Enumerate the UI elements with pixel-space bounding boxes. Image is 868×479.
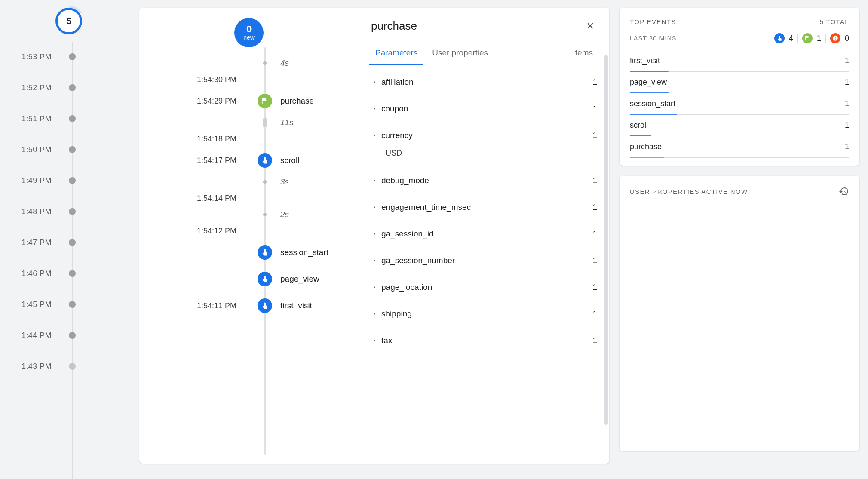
top-events-heading: TOP EVENTS xyxy=(630,18,676,25)
event-label: page_view xyxy=(280,274,359,284)
minute-row[interactable]: 1:48 PM xyxy=(9,196,129,227)
minute-dot xyxy=(69,332,76,339)
param-row[interactable]: page_location1 xyxy=(359,274,609,301)
seconds-time: 1:54:30 PM xyxy=(139,75,249,84)
top-events-legend: 4 1 0 xyxy=(774,33,849,43)
gap-dot xyxy=(263,180,267,184)
top-event-name: scroll xyxy=(630,121,648,130)
chevron-right-icon xyxy=(368,285,381,290)
top-event-name: purchase xyxy=(630,142,662,151)
seconds-row[interactable]: 1:54:11 PMfirst_visit xyxy=(139,292,359,319)
touch-icon xyxy=(258,245,272,260)
seconds-time: 1:54:11 PM xyxy=(139,301,249,310)
top-event-row[interactable]: page_view1 xyxy=(630,72,849,93)
minute-label: 1:52 PM xyxy=(21,83,57,92)
minute-label: 1:45 PM xyxy=(21,300,57,309)
minute-row[interactable]: 1:49 PM xyxy=(9,165,129,196)
duration-label: 4s xyxy=(280,58,359,68)
param-row[interactable]: shipping1 xyxy=(359,301,609,327)
param-value: USD xyxy=(359,149,609,167)
minute-row[interactable]: 1:52 PM xyxy=(9,72,129,103)
param-row[interactable]: ga_session_number1 xyxy=(359,247,609,274)
minutes-count: 5 xyxy=(66,16,71,26)
top-events-card: TOP EVENTS 5 TOTAL LAST 30 MINS 4 1 0 fi… xyxy=(620,8,859,166)
minute-row[interactable]: 1:53 PM xyxy=(9,41,129,72)
top-event-count: 1 xyxy=(845,121,849,130)
event-label: session_start xyxy=(280,248,359,257)
minute-row[interactable]: 1:46 PM xyxy=(9,258,129,289)
divider xyxy=(630,207,849,207)
parameters-tabs: ParametersUser propertiesItems xyxy=(359,42,609,65)
minute-dot xyxy=(69,84,76,91)
seconds-row[interactable]: 1:54:17 PMscroll xyxy=(139,147,359,174)
tab-parameters[interactable]: Parameters xyxy=(369,42,423,65)
param-count: 1 xyxy=(592,104,597,114)
close-button[interactable] xyxy=(583,19,597,33)
minute-label: 1:50 PM xyxy=(21,145,57,154)
parameters-title: purchase xyxy=(371,19,417,33)
param-name: shipping xyxy=(381,309,592,319)
history-icon[interactable] xyxy=(839,186,849,197)
minute-row[interactable]: 1:43 PM xyxy=(9,351,129,382)
minute-label: 1:46 PM xyxy=(21,269,57,278)
param-name: engagement_time_msec xyxy=(381,203,592,212)
param-row[interactable]: affiliation1 xyxy=(359,69,609,95)
param-name: tax xyxy=(381,336,592,345)
param-count: 1 xyxy=(592,229,597,239)
top-event-row[interactable]: scroll1 xyxy=(630,115,849,136)
seconds-row: 1:54:30 PM xyxy=(139,71,359,88)
parameters-list[interactable]: affiliation1coupon1currency1USDdebug_mod… xyxy=(359,65,609,464)
event-label: purchase xyxy=(280,96,359,106)
seconds-time: 1:54:17 PM xyxy=(139,156,249,165)
param-name: currency xyxy=(381,131,592,140)
chevron-right-icon xyxy=(368,80,381,85)
param-name: page_location xyxy=(381,282,592,292)
top-event-row[interactable]: session_start1 xyxy=(630,93,849,115)
top-event-count: 1 xyxy=(845,99,849,108)
minute-row[interactable]: 1:50 PM xyxy=(9,134,129,165)
param-row[interactable]: ga_session_id1 xyxy=(359,221,609,247)
param-row[interactable]: engagement_time_msec1 xyxy=(359,194,609,221)
top-event-row[interactable]: first_visit1 xyxy=(630,50,849,72)
param-count: 1 xyxy=(592,203,597,212)
param-row[interactable]: tax1 xyxy=(359,327,609,354)
param-name: coupon xyxy=(381,104,592,114)
chevron-right-icon xyxy=(368,106,381,111)
seconds-new-bubble[interactable]: 0 new xyxy=(234,18,264,47)
param-row[interactable]: currency1 xyxy=(359,122,609,149)
tab-user-properties[interactable]: User properties xyxy=(426,42,494,65)
seconds-row[interactable]: page_view xyxy=(139,266,359,292)
event-detail-card: 0 new 4s1:54:30 PM1:54:29 PMpurchase11s1… xyxy=(139,8,609,464)
top-event-row[interactable]: purchase1 xyxy=(630,136,849,158)
touch-icon xyxy=(774,33,785,43)
tab-items[interactable]: Items xyxy=(567,42,599,65)
seconds-row[interactable]: 1:54:29 PMpurchase xyxy=(139,88,359,114)
minutes-track-line xyxy=(72,42,73,479)
seconds-row: 1:54:14 PM xyxy=(139,190,359,206)
top-event-count: 1 xyxy=(845,142,849,151)
minute-row[interactable]: 1:45 PM xyxy=(9,289,129,320)
minute-label: 1:43 PM xyxy=(21,362,57,371)
minute-label: 1:53 PM xyxy=(21,52,57,61)
duration-label: 3s xyxy=(280,177,359,187)
close-icon xyxy=(586,21,595,31)
minute-row[interactable]: 1:51 PM xyxy=(9,103,129,134)
seconds-time: 1:54:12 PM xyxy=(139,227,249,236)
param-row[interactable]: coupon1 xyxy=(359,95,609,122)
seconds-row: 3s xyxy=(139,174,359,190)
minute-row[interactable]: 1:47 PM xyxy=(9,227,129,258)
param-row[interactable]: debug_mode1 xyxy=(359,167,609,194)
top-event-name: page_view xyxy=(630,78,667,87)
seconds-row[interactable]: session_start xyxy=(139,239,359,266)
param-name: ga_session_number xyxy=(381,256,592,265)
scrollbar-thumb[interactable] xyxy=(604,55,608,425)
legend-error-count: 0 xyxy=(845,34,849,43)
minute-dot xyxy=(69,363,76,370)
top-events-total: 5 TOTAL xyxy=(820,18,849,25)
top-event-count: 1 xyxy=(845,56,849,65)
seconds-row: 1:54:18 PM xyxy=(139,131,359,147)
duration-label: 2s xyxy=(280,210,359,219)
minute-label: 1:44 PM xyxy=(21,331,57,340)
minute-row[interactable]: 1:44 PM xyxy=(9,320,129,351)
top-events-subheading: LAST 30 MINS xyxy=(630,35,677,42)
